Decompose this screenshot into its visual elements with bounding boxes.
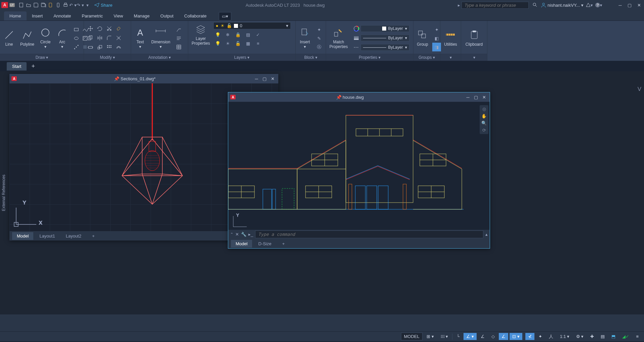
layer-make-current-icon[interactable]: ✓	[254, 30, 263, 39]
status-units-icon[interactable]: ▤	[598, 333, 607, 340]
qat-new-icon[interactable]	[17, 1, 25, 9]
status-quickprops-icon[interactable]: ⬒	[609, 333, 618, 340]
tool-offset-icon[interactable]	[114, 43, 123, 52]
tab-home[interactable]: Home	[4, 11, 27, 20]
tool-move-icon[interactable]	[86, 24, 95, 33]
window2-maximize-button[interactable]: ▢	[472, 93, 480, 101]
user-account-button[interactable]: nishant.naikVY...▾	[541, 2, 583, 8]
window-minimize-button[interactable]: ─	[616, 1, 624, 9]
help-icon[interactable]: ? ▾	[595, 1, 602, 9]
panel-title-block[interactable]: Block ▾	[296, 54, 326, 61]
linetype-dropdown[interactable]: ByLayer ▾	[361, 44, 409, 51]
infocenter-arrow-icon[interactable]: ▸	[458, 3, 460, 8]
layout-add-button-2[interactable]: +	[277, 240, 289, 248]
tool-copy-icon[interactable]	[86, 34, 95, 42]
color-dropdown[interactable]: ByLayer ▾	[361, 25, 409, 32]
panel-title-utilities[interactable]: ▾	[440, 54, 461, 61]
ribbon-display-toggle[interactable]: ▭▾	[219, 12, 231, 20]
panel-title-properties[interactable]: Properties ▾	[326, 54, 413, 61]
external-references-tab[interactable]: External References	[1, 175, 6, 211]
block-create-icon[interactable]: ✦	[315, 25, 323, 34]
autodesk-app-icon[interactable]: ▾	[586, 1, 593, 9]
panel-title-layers[interactable]: Layers ▾	[188, 54, 295, 61]
tool-mirror-icon[interactable]	[95, 34, 104, 42]
nav-wheel-icon[interactable]: ◎	[482, 106, 486, 112]
window1-minimize-button[interactable]: ─	[253, 75, 260, 82]
layer-freeze-icon[interactable]: ❄	[224, 30, 232, 39]
tool-text2-icon[interactable]	[174, 34, 183, 43]
tool-rectangle-icon[interactable]	[72, 25, 81, 34]
status-annomon-icon[interactable]: ✚	[588, 333, 597, 340]
linetype-icon[interactable]	[352, 43, 361, 52]
tab-collaborate[interactable]: Collaborate	[179, 11, 212, 20]
panel-title-draw[interactable]: Draw ▾	[0, 54, 84, 61]
tool-erase-icon[interactable]	[114, 24, 123, 33]
command-input[interactable]	[255, 230, 483, 238]
status-selection-icon[interactable]: 人	[546, 333, 556, 341]
status-customize-icon[interactable]: ≡	[633, 333, 641, 340]
tool-rotate-icon[interactable]	[95, 24, 104, 33]
lineweight-icon[interactable]	[352, 34, 361, 42]
layout-add-button-1[interactable]: +	[87, 232, 99, 240]
infocenter-search-input[interactable]	[461, 2, 529, 9]
layout-tab-layout1[interactable]: Layout1	[35, 232, 59, 240]
tool-array-icon[interactable]	[105, 43, 114, 52]
qat-webmobile-icon[interactable]	[47, 1, 54, 9]
layout-tab-layout2[interactable]: Layout2	[61, 232, 86, 240]
tool-polyline[interactable]: Polyline	[19, 29, 36, 47]
status-transparency-icon[interactable]: ✦	[536, 333, 545, 340]
qat-saveall-icon[interactable]	[40, 1, 47, 9]
cmd-recent-icon[interactable]: ▴	[485, 232, 488, 237]
tool-table-icon[interactable]	[174, 43, 183, 51]
qat-redo-icon[interactable]: ↷ ▾	[77, 1, 84, 9]
window1-maximize-button[interactable]: ▢	[261, 75, 268, 82]
tool-stretch-icon[interactable]	[86, 43, 95, 52]
share-button[interactable]: Share	[94, 2, 113, 8]
block-attrib-icon[interactable]: Ⓐ	[315, 43, 323, 51]
tool-line[interactable]: Line	[2, 29, 16, 47]
block-edit-icon[interactable]: ✎	[315, 34, 323, 43]
tool-arc[interactable]: Arc▾	[55, 26, 69, 50]
status-polar-icon[interactable]: ∠ ▾	[464, 333, 477, 340]
qat-cloud-icon[interactable]	[54, 1, 62, 9]
layout-tab-model-2[interactable]: Model	[231, 240, 252, 248]
lineweight-dropdown[interactable]: ByLayer ▾	[361, 35, 409, 41]
collapse-arrow-icon[interactable]: ⋁	[638, 86, 641, 91]
group-select-icon[interactable]: ◨	[432, 43, 441, 51]
tool-utilities[interactable]: Utilities	[443, 29, 458, 47]
window-maximize-button[interactable]: ▢	[626, 1, 633, 9]
layer-isolate-icon[interactable]: ▨	[244, 30, 252, 39]
window2-close-button[interactable]: ✕	[480, 93, 488, 101]
nav-orbit-icon[interactable]: ⟳	[482, 128, 486, 133]
tool-layer-properties[interactable]: LayerProperties	[190, 23, 211, 47]
panel-title-groups[interactable]: Groups ▾	[413, 54, 440, 61]
qat-undo-icon[interactable]: ↶ ▾	[69, 1, 77, 9]
nav-pan-icon[interactable]: ✋	[481, 114, 487, 119]
nav-zoom-icon[interactable]: 🔍	[481, 121, 487, 126]
status-otrack-icon[interactable]: ∠	[499, 333, 508, 340]
layer-dropdown[interactable]: ● ☀ 🔓 0 ▾	[213, 22, 291, 29]
tool-fillet-icon[interactable]	[105, 34, 114, 42]
tool-dimension[interactable]: Dimension▾	[150, 26, 172, 50]
cmd-customize-icon[interactable]: 🔧	[241, 232, 246, 237]
tab-parametric[interactable]: Parametric	[76, 11, 108, 20]
tool-group[interactable]: Group	[415, 29, 430, 47]
tab-insert[interactable]: Insert	[27, 11, 48, 20]
status-ortho-icon[interactable]: └	[454, 333, 462, 340]
tab-annotate[interactable]: Annotate	[48, 11, 76, 20]
tool-match-properties[interactable]: MatchProperties	[328, 26, 349, 50]
status-osnap-icon[interactable]: ◇	[489, 333, 497, 340]
panel-title-modify[interactable]: Modify ▾	[84, 54, 131, 61]
layer-unisolate-icon[interactable]: ▦	[244, 39, 252, 48]
qat-print-icon[interactable]	[62, 1, 69, 9]
tool-ellipse-icon[interactable]	[72, 34, 81, 43]
tab-manage[interactable]: Manage	[128, 11, 155, 20]
new-document-button[interactable]: +	[28, 61, 38, 71]
status-annoscale-icon[interactable]: 1:1 ▾	[557, 333, 572, 340]
status-2dosnap-icon[interactable]: ⊡ ▾	[510, 333, 522, 340]
tool-circle[interactable]: Circle▾	[38, 26, 52, 50]
tool-insert-block[interactable]: Insert▾	[298, 26, 312, 50]
tool-leader-icon[interactable]	[174, 25, 183, 34]
tool-explode-icon[interactable]	[114, 34, 123, 42]
layer-lock-icon[interactable]: 🔒	[234, 30, 242, 39]
